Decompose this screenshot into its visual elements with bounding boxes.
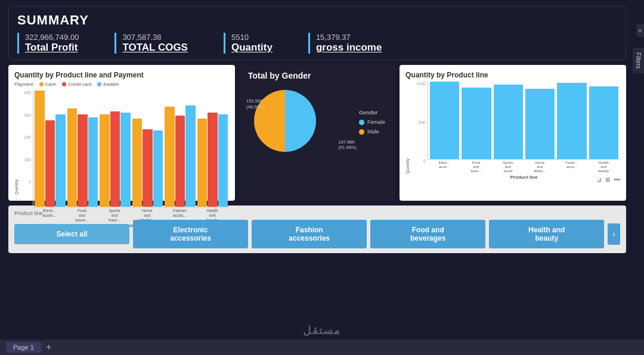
gender-chart-title: Total by Gender	[248, 71, 386, 80]
left-chart-title: Quantity by Product line and Payment	[14, 71, 229, 79]
filter-btn-food[interactable]: Food andbeverages	[370, 220, 485, 248]
right-y-axis-numbers: 1000 500 0	[411, 82, 428, 174]
add-page-button[interactable]: +	[46, 342, 51, 353]
metric-quantity: 5510 Quantity	[224, 33, 273, 54]
bar-ewallet-5	[185, 105, 196, 207]
bar-group-3	[100, 111, 131, 207]
bar-credit-2	[78, 114, 88, 207]
left-chart-bars-area: Electr...acces... Foodandbever... Sports…	[33, 91, 229, 195]
left-chart-legend: Payment Cash Credit card Ewallet	[14, 82, 229, 87]
metric-gross-income: 15,379.37 gross income	[308, 33, 382, 54]
bar-cash-4	[132, 119, 143, 207]
bar-group-5	[165, 105, 196, 207]
right-bar-2	[462, 88, 491, 159]
metric-label-quantity: Quantity	[231, 42, 273, 54]
bar-ewallet-2	[88, 117, 98, 207]
legend-cash: Cash	[39, 82, 57, 87]
gender-legend-male: Male	[359, 129, 385, 135]
gender-legend: Gender Female Male	[359, 110, 385, 135]
bar-cash-6	[197, 119, 208, 207]
summary-title: SUMMARY	[17, 13, 617, 28]
legend-ewallet-dot	[97, 82, 101, 86]
metric-label-total-cogs: TOTAL COGS	[122, 42, 188, 54]
metric-label-gross-income: gross income	[316, 42, 382, 54]
rx-label-1: Elect...acce...	[429, 161, 459, 174]
right-bar-6	[589, 86, 618, 159]
left-y-axis-label: Quantity	[14, 91, 18, 195]
legend-credit-card: Credit card	[62, 82, 91, 87]
page-tab[interactable]: Page 1	[6, 342, 41, 353]
bar-group-6	[197, 113, 228, 207]
male-label: Male	[367, 129, 379, 135]
metric-value-gross-income: 15,379.37	[316, 33, 382, 42]
filters-side-tab[interactable]: Filters	[633, 48, 644, 73]
right-bar-3	[494, 85, 523, 159]
filter-btn-fashion[interactable]: Fashionaccessories	[252, 220, 367, 248]
male-dot	[359, 129, 364, 135]
bar-cash-5	[165, 107, 175, 207]
female-slice	[285, 90, 316, 152]
bar-credit-4	[143, 129, 153, 207]
female-pie-label: 153.58K(48.02%)	[246, 98, 264, 110]
right-x-axis-title: Product line	[428, 175, 620, 180]
bar-ewallet-4	[153, 130, 163, 207]
total-by-gender-chart: Total by Gender 153.58K(48.02%)	[240, 65, 395, 201]
right-bar-4	[525, 89, 555, 159]
gender-legend-title: Gender	[359, 110, 385, 116]
filter-btn-select-all[interactable]: Select all	[14, 224, 129, 244]
quantity-by-product-payment-chart: Quantity by Product line and Payment Pay…	[8, 65, 235, 201]
metric-value-total-cogs: 307,587.38	[122, 33, 188, 42]
summary-metrics: 322,966,749.00 Total Profit 307,587.38 T…	[17, 33, 617, 54]
right-bars-area: Elect...acce... Foodandbave... Sportsand…	[428, 82, 620, 174]
summary-section: SUMMARY 322,966,749.00 Total Profit 307,…	[8, 6, 626, 60]
metric-total-cogs: 307,587.38 TOTAL COGS	[114, 33, 188, 54]
legend-ewallet-label: Ewallet	[103, 82, 119, 87]
legend-payment-label: Payment	[14, 82, 33, 87]
legend-credit-label: Credit card	[68, 82, 91, 87]
right-x-labels: Elect...acce... Foodandbave... Sportsand…	[428, 160, 620, 174]
left-y-axis-numbers: 400 300 200 100 0	[20, 91, 33, 195]
filters-side-label: Filters	[635, 52, 642, 68]
metric-label-total-profit: Total Profit	[25, 42, 79, 54]
filter-icon[interactable]: ⊿	[597, 176, 602, 183]
left-bars-container	[33, 91, 229, 207]
right-bars-container	[428, 82, 620, 160]
filter-btn-electronic[interactable]: Electronicaccessories	[133, 220, 248, 248]
male-pie-label: 167.88K(51.98%)	[339, 139, 357, 151]
bar-cash-2	[67, 108, 78, 207]
collapse-panel-button[interactable]: «	[636, 24, 644, 37]
bar-ewallet-3	[120, 113, 131, 207]
metric-total-profit: 322,966,749.00 Total Profit	[17, 33, 79, 54]
filter-btn-health[interactable]: Health andbeauty	[489, 220, 604, 248]
rx-label-4: Homeandlifesty...	[525, 161, 555, 174]
right-chart-body: Quantity 1000 500 0	[405, 82, 620, 174]
bar-cash-1	[35, 91, 45, 207]
metric-value-total-profit: 322,966,749.00	[25, 33, 79, 42]
right-y-axis-label: Quantity	[405, 82, 410, 174]
bar-ewallet-6	[218, 114, 228, 207]
legend-credit-dot	[62, 82, 66, 86]
metric-value-quantity: 5510	[231, 33, 273, 42]
rx-label-6: Healthandbeauty	[589, 161, 619, 174]
bar-credit-3	[110, 111, 120, 207]
filter-buttons-container: Select all Electronicaccessories Fashion…	[14, 220, 620, 248]
bar-credit-6	[208, 113, 218, 207]
bar-credit-5	[175, 116, 185, 207]
watermark: مستقل	[303, 324, 341, 337]
expand-icon[interactable]: ⊞	[605, 176, 610, 183]
bar-credit-1	[45, 120, 55, 207]
more-icon[interactable]: •••	[614, 176, 620, 183]
legend-cash-label: Cash	[45, 82, 57, 87]
bar-ewallet-1	[55, 114, 66, 207]
bottom-bar: Page 1 +	[0, 340, 644, 355]
gender-chart-body: 153.58K(48.02%) 167.88K(51.98%)	[248, 85, 386, 159]
right-bar-1	[430, 82, 459, 159]
female-label: Female	[367, 119, 385, 125]
bar-group-2	[67, 108, 98, 207]
bar-cash-3	[100, 114, 110, 207]
filter-next-arrow[interactable]: ›	[608, 223, 620, 245]
right-bar-5	[557, 83, 586, 159]
quantity-by-product-line-chart: Quantity by Product line Quantity 1000 5…	[400, 65, 626, 201]
pie-chart-container: 153.58K(48.02%) 167.88K(51.98%)	[249, 85, 321, 159]
rx-label-3: Sportsandtravel	[493, 161, 523, 174]
